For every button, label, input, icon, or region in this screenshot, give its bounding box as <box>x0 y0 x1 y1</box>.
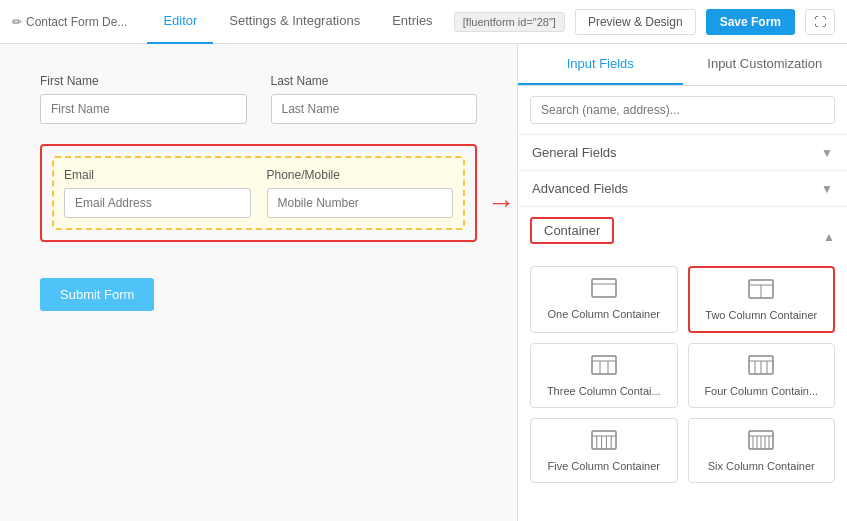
advanced-fields-chevron: ▼ <box>821 182 833 196</box>
save-button[interactable]: Save Form <box>706 9 795 35</box>
five-column-label: Five Column Container <box>539 460 669 472</box>
last-name-field: Last Name <box>271 74 478 124</box>
phone-input[interactable] <box>267 188 454 218</box>
submit-row: Submit Form <box>40 278 477 311</box>
right-panel: Input Fields Input Customization General… <box>517 44 847 521</box>
tab-editor[interactable]: Editor <box>147 0 213 44</box>
general-fields-header[interactable]: General Fields ▼ <box>518 135 847 170</box>
five-column-icon <box>539 429 669 456</box>
phone-field: Phone/Mobile <box>267 168 454 218</box>
editor-area: First Name Last Name Email Phone/Mobile <box>0 44 517 521</box>
advanced-fields-section: Advanced Fields ▼ <box>518 171 847 207</box>
expand-button[interactable]: ⛶ <box>805 9 835 35</box>
shortcode-badge: [fluentform id="28"] <box>454 12 565 32</box>
advanced-fields-label: Advanced Fields <box>532 181 628 196</box>
edit-icon: ✏ <box>12 15 22 29</box>
general-fields-chevron: ▼ <box>821 146 833 160</box>
four-column-label: Four Column Contain... <box>697 385 827 397</box>
preview-button[interactable]: Preview & Design <box>575 9 696 35</box>
tab-input-customization[interactable]: Input Customization <box>683 44 848 85</box>
email-label: Email <box>64 168 251 182</box>
nav-tabs: Editor Settings & Integrations Entries <box>147 0 448 44</box>
advanced-fields-header[interactable]: Advanced Fields ▼ <box>518 171 847 206</box>
svg-rect-0 <box>592 279 616 297</box>
svg-rect-5 <box>592 356 616 374</box>
dashed-inner-box: Email Phone/Mobile <box>52 156 465 230</box>
tab-entries[interactable]: Entries <box>376 0 448 44</box>
search-input[interactable] <box>530 96 835 124</box>
email-field: Email <box>64 168 251 218</box>
six-column-icon <box>697 429 827 456</box>
phone-label: Phone/Mobile <box>267 168 454 182</box>
breadcrumb-text: Contact Form De... <box>26 15 127 29</box>
main-layout: First Name Last Name Email Phone/Mobile <box>0 44 847 521</box>
container-section-chevron: ▲ <box>823 230 835 244</box>
breadcrumb: ✏ Contact Form De... <box>12 15 131 29</box>
top-nav-right: [fluentform id="28"] Preview & Design Sa… <box>454 9 835 35</box>
container-section-header: Container ▲ <box>530 217 835 256</box>
two-column-icon <box>698 278 826 305</box>
red-arrow: → <box>487 187 515 219</box>
three-column-icon <box>539 354 669 381</box>
last-name-label: Last Name <box>271 74 478 88</box>
six-column-container-item[interactable]: Six Column Container <box>688 418 836 483</box>
six-column-label: Six Column Container <box>697 460 827 472</box>
two-column-container-box: Email Phone/Mobile <box>40 144 477 242</box>
two-column-label: Two Column Container <box>698 309 826 321</box>
one-column-label: One Column Container <box>539 308 669 320</box>
four-column-container-item[interactable]: Four Column Contain... <box>688 343 836 408</box>
svg-rect-14 <box>592 431 616 449</box>
email-input[interactable] <box>64 188 251 218</box>
three-column-label: Three Column Contai... <box>539 385 669 397</box>
general-fields-label: General Fields <box>532 145 617 160</box>
one-column-icon <box>539 277 669 304</box>
last-name-input[interactable] <box>271 94 478 124</box>
first-name-field: First Name <box>40 74 247 124</box>
general-fields-section: General Fields ▼ <box>518 135 847 171</box>
four-column-icon <box>697 354 827 381</box>
container-section-label: Container <box>530 217 614 244</box>
panel-tabs: Input Fields Input Customization <box>518 44 847 86</box>
two-column-container-item[interactable]: Two Column Container <box>688 266 836 333</box>
tab-settings[interactable]: Settings & Integrations <box>213 0 376 44</box>
three-column-container-item[interactable]: Three Column Contai... <box>530 343 678 408</box>
name-fields-row: First Name Last Name <box>40 74 477 124</box>
submit-button[interactable]: Submit Form <box>40 278 154 311</box>
first-name-input[interactable] <box>40 94 247 124</box>
container-section: Container ▲ One Column Container <box>518 207 847 493</box>
top-nav: ✏ Contact Form De... Editor Settings & I… <box>0 0 847 44</box>
five-column-container-item[interactable]: Five Column Container <box>530 418 678 483</box>
tab-input-fields[interactable]: Input Fields <box>518 44 683 85</box>
one-column-container-item[interactable]: One Column Container <box>530 266 678 333</box>
panel-search <box>518 86 847 135</box>
first-name-label: First Name <box>40 74 247 88</box>
container-grid: One Column Container Two Column Containe… <box>530 266 835 483</box>
container-wrapper: Email Phone/Mobile → <box>40 144 477 262</box>
